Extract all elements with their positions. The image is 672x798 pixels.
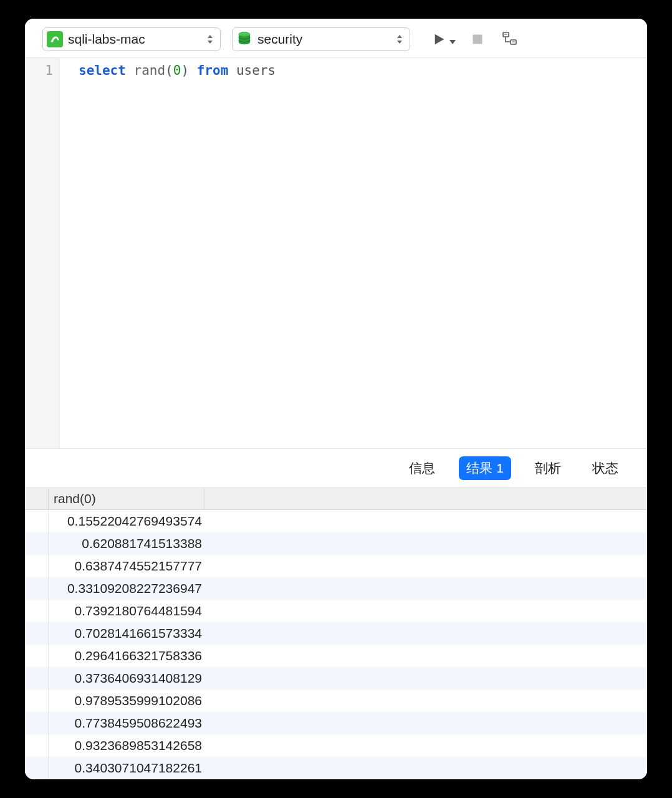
app-window: sqli-labs-mac security (25, 19, 647, 779)
toolbar: sqli-labs-mac security (25, 19, 647, 57)
play-icon (433, 32, 446, 46)
table-row[interactable]: 0.7738459508622493 (25, 712, 647, 734)
tab-result[interactable]: 结果 1 (459, 456, 511, 480)
row-gutter (25, 510, 49, 532)
table-row[interactable]: 0.3736406931408129 (25, 667, 647, 690)
code-token: from (197, 63, 229, 78)
connection-dropdown[interactable]: sqli-labs-mac (42, 27, 221, 51)
table-row[interactable]: 0.15522042769493574 (25, 510, 647, 532)
code-token: rand (134, 63, 166, 78)
cell-value[interactable]: 0.15522042769493574 (49, 514, 204, 529)
code-token: users (236, 63, 276, 78)
table-row[interactable]: 0.9323689853142658 (25, 734, 647, 757)
line-gutter: 1 (25, 58, 60, 448)
database-dropdown[interactable]: security (232, 27, 410, 51)
table-row[interactable]: 0.620881741513388 (25, 532, 647, 555)
table-row[interactable]: 0.9789535999102086 (25, 690, 647, 712)
results-header: rand(0) (25, 488, 647, 510)
cell-value[interactable]: 0.3736406931408129 (49, 671, 204, 686)
table-row[interactable]: 0.6387474552157777 (25, 555, 647, 577)
cell-value[interactable]: 0.3403071047182261 (49, 761, 204, 776)
code-token: 0 (173, 63, 181, 78)
row-gutter-header (25, 488, 49, 509)
row-gutter (25, 712, 49, 734)
database-label: security (257, 32, 395, 47)
sql-editor[interactable]: 1 select rand(0) from users (25, 57, 647, 448)
code-token (189, 63, 197, 78)
line-number: 1 (25, 63, 53, 78)
table-row[interactable]: 0.2964166321758336 (25, 645, 647, 667)
table-row[interactable]: 0.33109208227236947 (25, 577, 647, 600)
code-token: ) (181, 63, 189, 78)
tab-status[interactable]: 状态 (585, 456, 626, 480)
code-area[interactable]: select rand(0) from users (60, 58, 276, 448)
stop-icon (471, 33, 484, 46)
row-gutter (25, 622, 49, 645)
cell-value[interactable]: 0.7392180764481594 (49, 603, 204, 618)
code-token: ( (165, 63, 173, 78)
cell-value[interactable]: 0.2964166321758336 (49, 648, 204, 663)
results-body: 0.155220427694935740.6208817415133880.63… (25, 510, 647, 779)
code-token (228, 63, 236, 78)
row-gutter (25, 555, 49, 577)
explain-icon (502, 31, 518, 47)
stop-button[interactable] (467, 29, 488, 50)
row-gutter (25, 757, 49, 779)
run-menu-caret-icon[interactable] (449, 39, 456, 46)
cell-value[interactable]: 0.6387474552157777 (49, 559, 204, 574)
updown-icon (205, 35, 215, 44)
cell-value[interactable]: 0.7028141661573334 (49, 626, 204, 641)
column-header[interactable]: rand(0) (49, 488, 204, 509)
code-token: select (79, 63, 126, 78)
connection-label: sqli-labs-mac (68, 32, 205, 47)
result-tabs: 信息结果 1剖析状态 (25, 448, 647, 488)
results-panel: rand(0) 0.155220427694935740.62088174151… (25, 488, 647, 779)
cell-value[interactable]: 0.33109208227236947 (49, 581, 204, 596)
cell-value[interactable]: 0.9789535999102086 (49, 693, 204, 708)
mysql-icon (47, 31, 63, 47)
row-gutter (25, 734, 49, 757)
tab-profile[interactable]: 剖析 (527, 456, 569, 480)
table-row[interactable]: 0.7392180764481594 (25, 600, 647, 622)
table-row[interactable]: 0.7028141661573334 (25, 622, 647, 645)
svg-point-1 (239, 32, 250, 36)
cell-value[interactable]: 0.620881741513388 (49, 536, 204, 551)
row-gutter (25, 690, 49, 712)
svg-rect-2 (473, 35, 482, 44)
code-token (126, 63, 134, 78)
row-gutter (25, 667, 49, 690)
tab-info[interactable]: 信息 (401, 456, 443, 480)
cell-value[interactable]: 0.7738459508622493 (49, 716, 204, 731)
database-icon (236, 31, 252, 47)
cell-value[interactable]: 0.9323689853142658 (49, 738, 204, 753)
run-button[interactable] (429, 29, 450, 50)
row-gutter (25, 645, 49, 667)
table-row[interactable]: 0.3403071047182261 (25, 757, 647, 779)
updown-icon (395, 35, 405, 44)
explain-button[interactable] (499, 29, 521, 50)
row-gutter (25, 577, 49, 600)
row-gutter (25, 532, 49, 555)
row-gutter (25, 600, 49, 622)
